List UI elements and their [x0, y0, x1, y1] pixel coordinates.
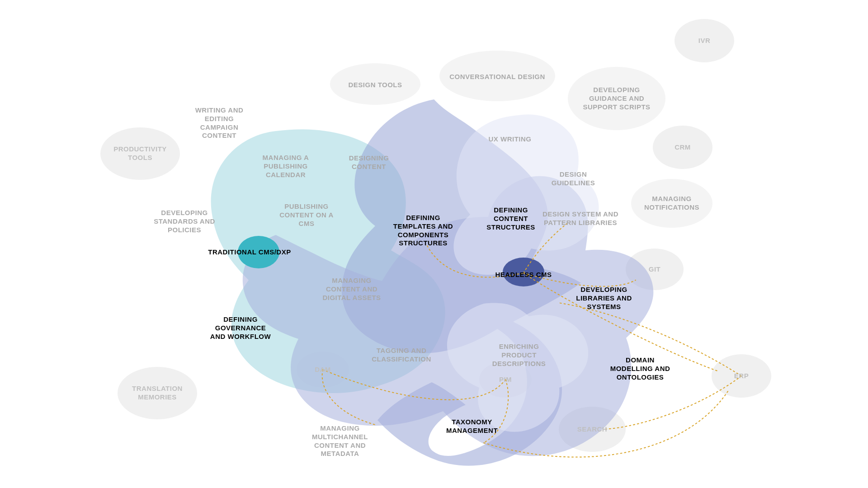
label-dspattern: DESIGN SYSTEM AND PATTERN LIBRARIES [542, 210, 618, 227]
label-managingassets: MANAGING CONTENT AND DIGITAL ASSETS [322, 277, 381, 302]
label-erp: ERP [734, 372, 749, 380]
label-enrichprod: ENRICHING PRODUCT DESCRIPTIONS [492, 343, 546, 368]
label-designtools: DESIGN TOOLS [348, 81, 402, 89]
label-traditionalcms: TRADITIONAL CMS/DXP [208, 248, 291, 257]
label-pim: PIM [499, 375, 512, 384]
concept-map-diagram: IVRCRMGITERPSEARCHPIMDAMTRANSLATION MEMO… [0, 0, 868, 488]
label-designcontent: DESIGNING CONTENT [349, 154, 389, 171]
label-uxwriting: UX WRITING [489, 135, 532, 144]
label-git: GIT [649, 265, 661, 274]
label-search: SEARCH [577, 425, 607, 434]
connector-5 [323, 370, 505, 400]
label-tagging: TAGGING AND CLASSIFICATION [372, 347, 431, 364]
label-managingcal: MANAGING A PUBLISHING CALENDAR [263, 154, 309, 179]
label-defstructures: DEFINING CONTENT STRUCTURES [486, 206, 535, 231]
label-taxonomy: TAXONOMY MANAGEMENT [446, 418, 498, 435]
label-convdesign: CONVERSATIONAL DESIGN [449, 73, 545, 81]
label-designguidelines: DESIGN GUIDELINES [552, 170, 595, 188]
label-ivr: IVR [698, 37, 711, 45]
label-deftemplates: DEFINING TEMPLATES AND COMPONENTS STRUCT… [393, 214, 453, 248]
connector-4 [322, 370, 375, 425]
label-translation: TRANSLATION MEMORIES [132, 385, 183, 402]
label-devstandards: DEVELOPING STANDARDS AND POLICIES [154, 209, 215, 234]
label-devlibraries: DEVELOPING LIBRARIES AND SYSTEMS [576, 286, 632, 311]
label-managenotif: MANAGING NOTIFICATIONS [644, 195, 699, 212]
label-writingediting: WRITING AND EDITING CAMPAIGN CONTENT [195, 106, 244, 140]
label-devguidance: DEVELOPING GUIDANCE AND SUPPORT SCRIPTS [583, 86, 650, 111]
label-multichannel: MANAGING MULTICHANNEL CONTENT AND METADA… [312, 424, 368, 458]
label-dam: DAM [315, 366, 331, 374]
label-headlesscms: HEADLESS CMS [495, 271, 552, 279]
label-publishcms: PUBLISHING CONTENT ON A CMS [279, 202, 334, 228]
label-productivity: PRODUCTIVITY TOOLS [113, 145, 167, 162]
connector-9 [484, 391, 728, 457]
label-crm: CRM [675, 143, 691, 152]
label-defgovernance: DEFINING GOVERNANCE AND WORKFLOW [210, 315, 271, 341]
label-domainmodel: DOMAIN MODELLING AND ONTOLOGIES [610, 356, 670, 381]
connector-7 [604, 376, 741, 429]
